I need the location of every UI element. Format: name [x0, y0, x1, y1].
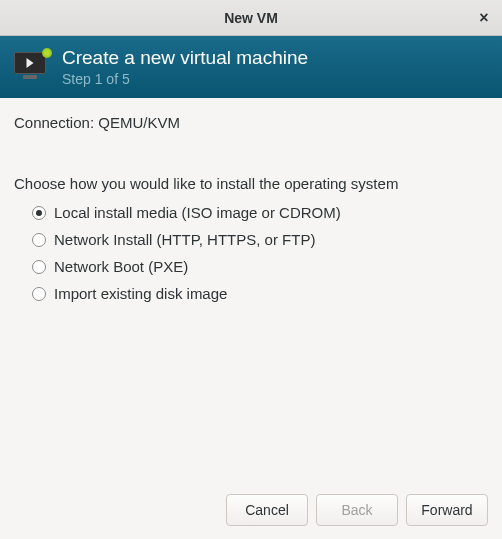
- window-title: New VM: [224, 10, 278, 26]
- connection-row: Connection: QEMU/KVM: [14, 114, 488, 131]
- titlebar: New VM ×: [0, 0, 502, 36]
- install-prompt: Choose how you would like to install the…: [14, 175, 488, 192]
- connection-value: QEMU/KVM: [98, 114, 180, 131]
- radio-option-network-boot[interactable]: Network Boot (PXE): [32, 258, 488, 275]
- radio-label: Local install media (ISO image or CDROM): [54, 204, 341, 221]
- cancel-button[interactable]: Cancel: [226, 494, 308, 526]
- header-text: Create a new virtual machine Step 1 of 5: [62, 47, 308, 87]
- radio-option-network-install[interactable]: Network Install (HTTP, HTTPS, or FTP): [32, 231, 488, 248]
- radio-option-local-media[interactable]: Local install media (ISO image or CDROM): [32, 204, 488, 221]
- radio-label: Network Boot (PXE): [54, 258, 188, 275]
- radio-icon: [32, 260, 46, 274]
- radio-icon: [32, 206, 46, 220]
- header-step: Step 1 of 5: [62, 71, 308, 87]
- install-method-radio-group: Local install media (ISO image or CDROM)…: [14, 204, 488, 302]
- header-title: Create a new virtual machine: [62, 47, 308, 69]
- radio-label: Network Install (HTTP, HTTPS, or FTP): [54, 231, 315, 248]
- radio-label: Import existing disk image: [54, 285, 227, 302]
- radio-icon: [32, 233, 46, 247]
- vm-icon: [14, 52, 50, 82]
- connection-label: Connection:: [14, 114, 98, 131]
- back-button[interactable]: Back: [316, 494, 398, 526]
- radio-icon: [32, 287, 46, 301]
- content-area: Connection: QEMU/KVM Choose how you woul…: [0, 98, 502, 481]
- close-icon[interactable]: ×: [474, 8, 494, 28]
- wizard-header: Create a new virtual machine Step 1 of 5: [0, 36, 502, 98]
- radio-option-import-disk[interactable]: Import existing disk image: [32, 285, 488, 302]
- button-bar: Cancel Back Forward: [0, 481, 502, 539]
- forward-button[interactable]: Forward: [406, 494, 488, 526]
